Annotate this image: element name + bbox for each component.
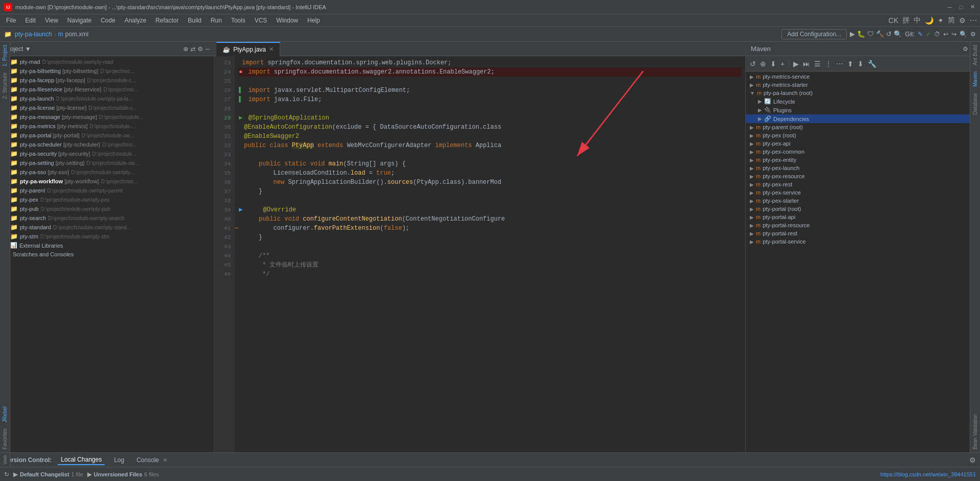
- maven-item-portal-api[interactable]: ▶ m pty-portal-api: [746, 213, 980, 221]
- gear-icon[interactable]: ⚙: [198, 45, 203, 53]
- git-check-icon[interactable]: ✓: [926, 31, 931, 38]
- maven-item-metrics-starter[interactable]: ▶ m pty-metrics-starter: [746, 81, 980, 89]
- tree-item-pex[interactable]: ▶ 📁 pty-pex D:\project\module-own\pty-pe…: [0, 195, 214, 204]
- maven-item-pex-service[interactable]: ▶ m pty-pex-service: [746, 188, 980, 197]
- maven-item-lifecycle[interactable]: ▶ 🔄 Lifecycle: [746, 97, 980, 106]
- sidebar-tab-bean[interactable]: Bean Validation: [971, 411, 979, 452]
- tab-local-changes[interactable]: Local Changes: [58, 455, 105, 465]
- toolbar-more[interactable]: ⋯: [969, 15, 978, 26]
- maven-item-metrics-service[interactable]: ▶ m pty-metrics-service: [746, 73, 980, 81]
- maven-item-plugins[interactable]: ▶ 🔌 Plugins: [746, 106, 980, 114]
- tree-item-sso[interactable]: ▶ 📁 pty-pa-sso [pty-sso] D:\project\modu…: [0, 167, 214, 177]
- maven-wrench-icon[interactable]: 🔧: [867, 59, 877, 69]
- toolbar-simple[interactable]: 简: [947, 15, 956, 26]
- close-button[interactable]: ✕: [969, 4, 976, 11]
- tree-item-workflow[interactable]: ▶ 📁 pty-pa-workflow [pty-workflow] D:\pr…: [0, 177, 214, 186]
- maven-plus-icon[interactable]: +: [779, 59, 786, 69]
- code-content[interactable]: import springfox.documentation.spring.we…: [235, 56, 745, 452]
- maven-filter-icon[interactable]: ⋯: [835, 59, 844, 69]
- menu-navigate[interactable]: Navigate: [63, 16, 95, 25]
- tree-item-fileservice[interactable]: ▶ 📁 pty-pa-fileservice [pty-fileservice]…: [0, 85, 214, 94]
- sidebar-tab-maven[interactable]: Maven: [971, 68, 979, 90]
- menu-build[interactable]: Build: [184, 16, 206, 25]
- window-controls[interactable]: ─ □ ✕: [946, 4, 976, 11]
- sidebar-tab-structure[interactable]: 2: Structure: [1, 69, 9, 102]
- tree-item-message[interactable]: ▶ 📁 pty-pa-message [pty-message] D:\proj…: [0, 112, 214, 122]
- git-history-icon[interactable]: ⏱: [934, 31, 940, 38]
- maximize-button[interactable]: □: [958, 4, 965, 11]
- menu-run[interactable]: Run: [207, 16, 226, 25]
- vc-default-changelist[interactable]: ▶ Default Changelist 1 file: [13, 471, 83, 478]
- tree-item-security[interactable]: ▶ 📁 pty-pa-security [pty-security] D:\pr…: [0, 149, 214, 158]
- toolbar-gear[interactable]: ⚙: [958, 15, 967, 26]
- tab-close-icon[interactable]: ✕: [269, 46, 274, 53]
- breadcrumb-project[interactable]: pty-pa-launch: [15, 31, 52, 38]
- maven-item-portal-resource[interactable]: ▶ m pty-portal-resource: [746, 221, 980, 229]
- tree-item-pty-mad[interactable]: ▶ 📁 pty-mad D:\project\module-own\pty-ma…: [0, 57, 214, 66]
- sidebar-tab-ant[interactable]: Ant Build: [971, 42, 979, 68]
- web-tab[interactable]: Web: [0, 452, 10, 467]
- toolbar-ck[interactable]: CK: [888, 15, 899, 26]
- maven-item-portal-rest[interactable]: ▶ m pty-portal-rest: [746, 229, 980, 237]
- menu-vcs[interactable]: VCS: [251, 16, 272, 25]
- sidebar-tab-database[interactable]: Database: [971, 90, 979, 118]
- search-icon2[interactable]: 🔍: [894, 30, 902, 38]
- tree-item-license[interactable]: ▶ 📁 pty-pa-license [pty-license] D:\proj…: [0, 103, 214, 112]
- maven-expand-icon[interactable]: ⬇: [856, 59, 865, 69]
- csdn-url[interactable]: https://blog.csdn.net/weixin_38441551: [880, 471, 976, 477]
- search-icon[interactable]: 🔍: [960, 31, 967, 38]
- tree-item-scratches[interactable]: ✎ Scratches and Consoles: [0, 250, 214, 258]
- git-redo-icon[interactable]: ↪: [951, 31, 957, 38]
- menu-refactor[interactable]: Refactor: [152, 16, 183, 25]
- maven-item-portal[interactable]: ▶ m pty-portal (root): [746, 205, 980, 213]
- tree-item-portal[interactable]: ▶ 📁 pty-pa-portal [pty-portal] D:\projec…: [0, 131, 214, 140]
- maven-item-pex-api[interactable]: ▶ m pty-pex-api: [746, 139, 980, 148]
- toolbar-star[interactable]: ✦: [937, 15, 945, 26]
- maven-item-pa-launch[interactable]: ▼ m pty-pa-launch (root): [746, 89, 980, 97]
- collapse-icon[interactable]: ⇄: [190, 45, 195, 53]
- maven-item-pex-resource[interactable]: ▶ m pty-pex-resource: [746, 172, 980, 180]
- maven-item-parent[interactable]: ▶ m pty-parent (root): [746, 123, 980, 131]
- run-icon[interactable]: ▶: [850, 30, 855, 38]
- menu-window[interactable]: Window: [272, 16, 302, 25]
- tab-ptyapp-java[interactable]: ☕ PtyApp.java ✕: [216, 42, 280, 56]
- debug-icon[interactable]: 🐛: [857, 30, 865, 38]
- tree-item-standard[interactable]: ▶ 📁 pty-standard D:\project\module-own\p…: [0, 223, 214, 232]
- tab-log[interactable]: Log: [111, 455, 127, 465]
- git-edit-icon[interactable]: ✎: [918, 31, 923, 38]
- settings-icon[interactable]: ⚙: [970, 31, 976, 38]
- maven-skip-icon[interactable]: ⏭: [802, 59, 811, 69]
- tree-item-pub[interactable]: ▶ 📁 pty-pub D:\project\module-own\pty-pu…: [0, 204, 214, 213]
- toolbar-pin[interactable]: 拼: [901, 15, 911, 26]
- maven-tree-icon[interactable]: ⋮: [824, 59, 833, 69]
- git-undo-icon[interactable]: ↩: [943, 31, 948, 38]
- nav-icon-folder[interactable]: 📁: [4, 31, 12, 38]
- maven-run-icon[interactable]: ▶: [792, 59, 800, 69]
- coverage-icon[interactable]: 🛡: [867, 30, 874, 38]
- tree-item-metrics[interactable]: ▶ 📁 pty-pa-metrics [pty-metrics] D:\proj…: [0, 122, 214, 131]
- tree-item-billsetting[interactable]: ▶ 📁 pty-pa-billsetting [pty-billsetting]…: [0, 66, 214, 76]
- maven-add-icon[interactable]: ⊕: [759, 59, 767, 69]
- sidebar-tab-jrebel[interactable]: JRebel: [1, 403, 9, 425]
- tree-item-scheduler[interactable]: ▶ 📁 pty-pa-scheduler [pty-scheduler] D:\…: [0, 140, 214, 149]
- maven-item-pex-starter[interactable]: ▶ m pty-pex-starter: [746, 197, 980, 205]
- menu-code[interactable]: Code: [96, 16, 119, 25]
- tree-item-launch[interactable]: ▶ 📁 pty-pa-launch D:\project\module-own\…: [0, 94, 214, 103]
- maven-item-pex-common[interactable]: ▶ m pty-pex-common: [746, 148, 980, 156]
- toolbar-moon[interactable]: 🌙: [924, 15, 935, 26]
- maven-item-pex-rest[interactable]: ▶ m pty-pex-rest: [746, 180, 980, 188]
- minimize-panel-icon[interactable]: ─: [205, 45, 210, 53]
- vc-settings-icon[interactable]: ⚙: [969, 456, 976, 464]
- add-icon[interactable]: ⊕: [183, 45, 188, 53]
- maven-reload-icon[interactable]: ↺: [749, 59, 757, 69]
- minimize-button[interactable]: ─: [946, 4, 953, 11]
- add-configuration-button[interactable]: Add Configuration...: [781, 29, 847, 39]
- maven-item-pex-entity[interactable]: ▶ m pty-pex-entity: [746, 156, 980, 164]
- tab-console[interactable]: Console ✕: [133, 455, 170, 465]
- vc-unversioned-files[interactable]: ▶ Unversioned Files 6 files: [87, 471, 159, 478]
- tree-item-parent[interactable]: ▶ 📁 pty-parent D:\project\module-own\pty…: [0, 186, 214, 195]
- maven-item-dependencies[interactable]: ▶ 🔗 Dependencies: [746, 114, 980, 123]
- sidebar-tab-project[interactable]: 1: Project: [1, 42, 9, 69]
- maven-item-pex[interactable]: ▶ m pty-pex (root): [746, 131, 980, 139]
- maven-item-portal-service[interactable]: ▶ m pty-portal-service: [746, 237, 980, 246]
